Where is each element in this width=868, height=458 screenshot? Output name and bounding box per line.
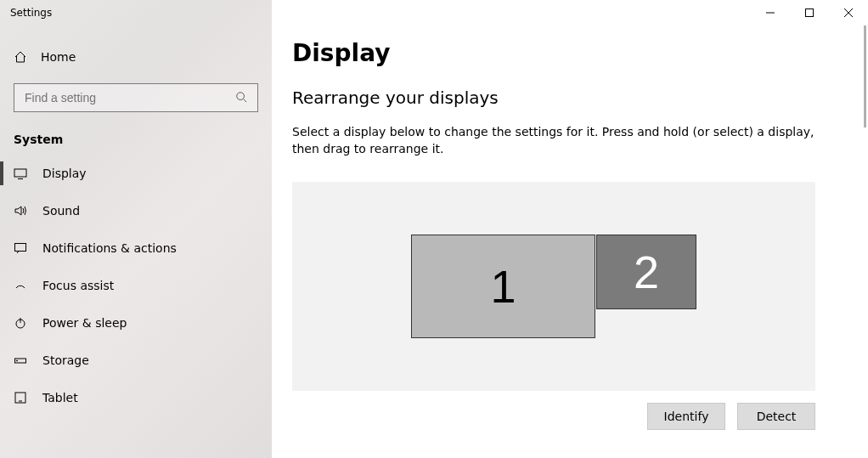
button-label: Detect [757, 410, 797, 423]
sidebar-item-label: Display [42, 167, 87, 180]
search-input[interactable] [23, 90, 235, 105]
sidebar-item-power-sleep[interactable]: Power & sleep [0, 304, 272, 342]
section-heading-rearrange: Rearrange your displays [292, 88, 841, 108]
power-icon [14, 316, 31, 330]
page-title: Display [292, 39, 841, 67]
monitor-2[interactable]: 2 [596, 235, 696, 309]
detect-button[interactable]: Detect [737, 403, 815, 430]
focus-assist-icon [14, 279, 31, 292]
section-description: Select a display below to change the set… [292, 123, 819, 158]
monitor-label: 1 [490, 260, 516, 313]
display-arrangement-area[interactable]: 1 2 [292, 182, 815, 391]
titlebar: Settings [0, 0, 868, 25]
sidebar-item-sound[interactable]: Sound [0, 192, 272, 229]
window-title: Settings [10, 7, 52, 19]
scrollbar-thumb[interactable] [864, 25, 866, 127]
content-pane: Display Rearrange your displays Select a… [272, 0, 868, 458]
sidebar-item-label: Focus assist [42, 279, 114, 292]
sidebar-item-display[interactable]: Display [0, 155, 272, 192]
sidebar-item-label: Power & sleep [42, 316, 127, 330]
sidebar-item-notifications[interactable]: Notifications & actions [0, 229, 272, 267]
svg-rect-8 [15, 244, 26, 252]
search-box[interactable] [14, 83, 258, 112]
maximize-button[interactable] [790, 0, 829, 25]
svg-line-5 [244, 99, 247, 103]
monitor-1[interactable]: 1 [411, 235, 595, 338]
identify-button[interactable]: Identify [647, 403, 725, 430]
svg-rect-6 [14, 169, 26, 177]
monitor-label: 2 [634, 246, 659, 298]
search-icon [235, 91, 249, 105]
sidebar-item-focus-assist[interactable]: Focus assist [0, 267, 272, 304]
tablet-icon [14, 391, 31, 404]
sidebar-item-label: Notifications & actions [42, 241, 177, 255]
display-action-buttons: Identify Detect [292, 403, 815, 430]
sidebar-section-label: System [0, 124, 272, 155]
sidebar-home-label: Home [41, 50, 76, 64]
svg-point-4 [237, 93, 245, 100]
scrollbar[interactable] [856, 25, 868, 458]
close-button[interactable] [829, 0, 868, 25]
sidebar-home[interactable]: Home [0, 41, 272, 73]
sidebar-item-storage[interactable]: Storage [0, 342, 272, 379]
notifications-icon [14, 241, 31, 255]
button-label: Identify [664, 410, 709, 423]
svg-point-12 [16, 360, 17, 361]
display-icon [14, 167, 31, 180]
sidebar-item-label: Sound [42, 204, 80, 218]
sidebar-nav: Display Sound No [0, 155, 272, 416]
storage-icon [14, 353, 31, 367]
sidebar-item-label: Tablet [42, 391, 78, 404]
home-icon [14, 50, 31, 64]
window-controls [751, 0, 868, 25]
sound-icon [14, 204, 31, 218]
sidebar-item-label: Storage [42, 353, 89, 367]
sidebar-item-tablet[interactable]: Tablet [0, 379, 272, 416]
svg-rect-1 [806, 9, 814, 17]
minimize-button[interactable] [751, 0, 790, 25]
sidebar: Home System Displa [0, 0, 272, 458]
